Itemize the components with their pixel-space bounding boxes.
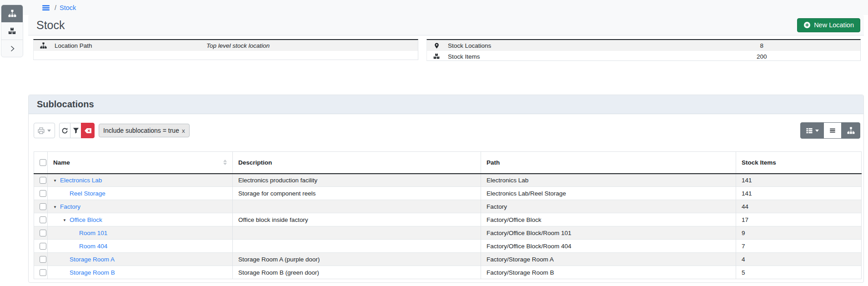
table-header-row: Name Description Path Stock Items — [34, 152, 862, 174]
print-button[interactable] — [34, 123, 55, 138]
breadcrumb: / Stock — [0, 0, 868, 15]
expand-caret-icon[interactable]: ▼ — [53, 205, 60, 209]
table-row: ▼Electronics Lab Electronics production … — [34, 174, 862, 187]
table-row: ▼Room 101 Factory/Office Block/Room 101 … — [34, 226, 862, 240]
row-checkbox[interactable] — [40, 230, 46, 236]
new-location-button[interactable]: New Location — [797, 18, 860, 32]
filter-chip-text: Include sublocations = true — [103, 127, 179, 134]
sort-icon[interactable] — [223, 160, 227, 165]
column-header-path[interactable]: Path — [481, 152, 736, 174]
refresh-icon — [61, 127, 68, 134]
stock-locations-row: Stock Locations 8 — [427, 40, 860, 51]
clear-filters-button[interactable] — [81, 123, 95, 138]
location-link[interactable]: Storage Room A — [70, 256, 115, 263]
table-row: ▼Storage Room B Storage Room B (green do… — [34, 266, 862, 279]
row-checkbox[interactable] — [40, 203, 46, 210]
row-stock-items-cell: 7 — [736, 240, 862, 253]
breadcrumb-separator: / — [55, 4, 56, 11]
filter-chip-remove[interactable]: x — [182, 127, 185, 134]
row-stock-items-cell: 141 — [736, 174, 862, 187]
sidebar — [1, 5, 23, 57]
boxes-icon — [8, 27, 16, 35]
row-path-cell: Factory/Office Block — [481, 213, 736, 226]
row-stock-items-cell: 141 — [736, 187, 862, 200]
list-icon — [829, 127, 836, 134]
sitemap-icon — [847, 127, 855, 135]
row-checkbox[interactable] — [40, 216, 46, 223]
row-path-cell: Factory — [481, 200, 736, 213]
row-description-cell: Electronics production facility — [233, 174, 481, 187]
boxes-icon — [433, 53, 440, 60]
filter-button[interactable] — [70, 123, 81, 138]
list-view-button[interactable] — [823, 122, 842, 139]
row-select-cell — [34, 200, 48, 213]
expand-caret-icon[interactable]: ▼ — [63, 218, 70, 222]
sublocations-header: Sublocations — [29, 95, 863, 114]
sublocations-table: Name Description Path Stock Items ▼Elect… — [34, 151, 862, 279]
map-pin-icon — [433, 42, 440, 49]
row-checkbox[interactable] — [40, 190, 46, 197]
select-all-checkbox[interactable] — [40, 159, 46, 166]
row-description-cell — [233, 240, 481, 253]
refresh-button[interactable] — [59, 123, 70, 138]
sitemap-icon — [40, 42, 47, 49]
sitemap-icon — [8, 10, 16, 18]
row-name-cell: ▼Reel Storage — [48, 187, 233, 200]
row-description-cell: Storage for component reels — [233, 187, 481, 200]
row-path-cell: Factory/Storage Room A — [481, 253, 736, 266]
sidebar-item-stock-items[interactable] — [1, 22, 23, 40]
expand-caret-icon[interactable]: ▼ — [53, 179, 60, 183]
row-stock-items-cell: 44 — [736, 200, 862, 213]
page-title: Stock — [36, 19, 65, 32]
row-select-cell — [34, 174, 48, 187]
row-stock-items-cell: 5 — [736, 266, 862, 279]
row-checkbox[interactable] — [40, 269, 46, 276]
row-name-cell: ▼Storage Room A — [48, 253, 233, 266]
sidebar-item-locations[interactable] — [1, 5, 23, 22]
location-link[interactable]: Storage Room B — [70, 269, 115, 276]
stats-panel: Stock Locations 8 Stock Items 200 — [426, 39, 861, 61]
row-path-cell: Factory/Storage Room B — [481, 266, 736, 279]
stock-locations-label: Stock Locations — [448, 42, 491, 49]
location-link[interactable]: Factory — [60, 203, 80, 210]
sidebar-expand-button[interactable] — [1, 40, 23, 57]
location-link[interactable]: Room 101 — [79, 230, 107, 236]
location-path-panel: Location Path Top level stock location — [33, 39, 418, 60]
row-name-cell: ▼Electronics Lab — [48, 174, 233, 187]
column-header-name[interactable]: Name — [48, 152, 233, 174]
row-description-cell: Storage Room B (green door) — [233, 266, 481, 279]
caret-down-icon — [47, 130, 51, 132]
location-link[interactable]: Room 404 — [79, 243, 107, 250]
hamburger-menu-icon[interactable] — [42, 4, 50, 11]
table-row: ▼Reel Storage Storage for component reel… — [34, 187, 862, 200]
breadcrumb-link-stock[interactable]: Stock — [60, 4, 76, 11]
row-checkbox[interactable] — [40, 256, 46, 263]
row-stock-items-cell: 9 — [736, 226, 862, 240]
row-stock-items-cell: 17 — [736, 213, 862, 226]
chevron-right-icon — [9, 45, 16, 52]
table-row: ▼Office Block Office block inside factor… — [34, 213, 862, 226]
table-columns-icon — [806, 127, 813, 134]
row-select-cell — [34, 253, 48, 266]
row-select-cell — [34, 226, 48, 240]
location-link[interactable]: Reel Storage — [70, 190, 105, 197]
table-toolbar: Include sublocations = true x — [34, 122, 860, 139]
column-header-description[interactable]: Description — [233, 152, 481, 174]
row-name-cell: ▼Room 101 — [48, 226, 233, 240]
tree-view-button[interactable] — [841, 122, 860, 139]
select-all-cell — [34, 152, 48, 174]
columns-button[interactable] — [800, 122, 824, 139]
location-link[interactable]: Electronics Lab — [60, 177, 102, 184]
filter-button-group — [59, 123, 95, 138]
row-select-cell — [34, 213, 48, 226]
row-checkbox[interactable] — [40, 177, 46, 184]
row-path-cell: Factory/Office Block/Room 101 — [481, 226, 736, 240]
row-select-cell — [34, 187, 48, 200]
page-header: Stock New Location — [28, 15, 864, 35]
empty-row — [34, 51, 418, 62]
row-checkbox[interactable] — [40, 243, 46, 250]
column-header-stock-items[interactable]: Stock Items — [736, 152, 862, 174]
table-row: ▼Factory Factory 44 — [34, 200, 862, 213]
row-description-cell: Office block inside factory — [233, 213, 481, 226]
location-link[interactable]: Office Block — [70, 216, 102, 223]
